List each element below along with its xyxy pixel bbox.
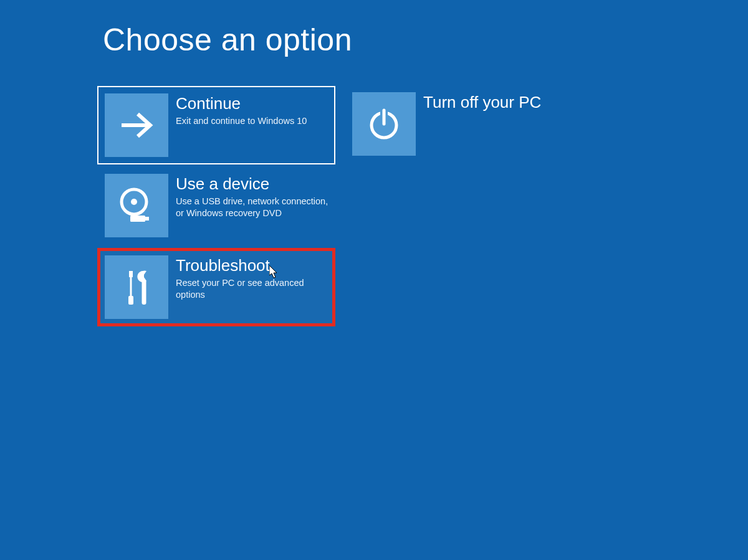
svg-rect-7 — [128, 296, 133, 305]
arrow-right-icon — [105, 93, 168, 157]
continue-tile[interactable]: Continue Exit and continue to Windows 10 — [97, 86, 335, 164]
continue-title: Continue — [176, 95, 307, 113]
turn-off-title: Turn off your PC — [423, 93, 541, 112]
use-device-tile[interactable]: Use a device Use a USB drive, network co… — [105, 174, 335, 237]
svg-rect-8 — [142, 280, 146, 305]
svg-rect-4 — [145, 217, 149, 221]
use-device-desc: Use a USB drive, network connection, or … — [176, 196, 332, 220]
svg-rect-5 — [129, 271, 133, 277]
continue-desc: Exit and continue to Windows 10 — [176, 115, 307, 128]
troubleshoot-desc: Reset your PC or see advanced options — [176, 277, 328, 301]
troubleshoot-tile[interactable]: Troubleshoot Reset your PC or see advanc… — [97, 248, 335, 326]
troubleshoot-title: Troubleshoot — [176, 257, 328, 275]
turn-off-tile[interactable]: Turn off your PC — [352, 92, 583, 156]
winre-choose-option-screen: Choose an option Continue Exit and conti… — [0, 0, 748, 560]
disc-usb-icon — [105, 174, 168, 237]
use-device-title: Use a device — [176, 175, 332, 193]
tools-icon — [105, 255, 168, 319]
svg-rect-6 — [130, 277, 132, 296]
power-icon — [352, 92, 416, 156]
svg-rect-3 — [130, 216, 145, 222]
page-title: Choose an option — [103, 22, 352, 58]
svg-point-2 — [131, 199, 137, 205]
